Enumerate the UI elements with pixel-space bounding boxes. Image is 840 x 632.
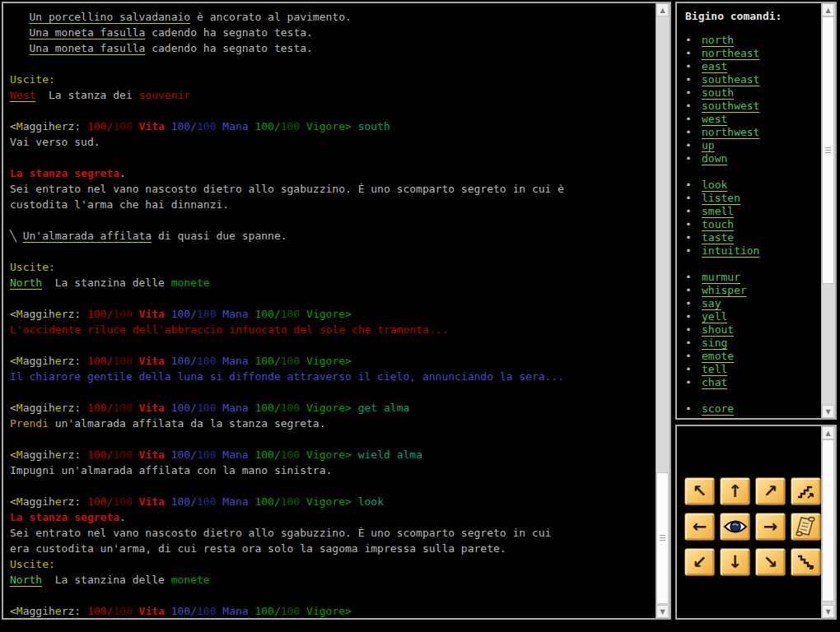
terminal-line	[10, 56, 655, 72]
bullet-icon: •	[685, 337, 702, 350]
terminal-line	[10, 384, 655, 400]
dpad-southwest-button[interactable]: ↙	[684, 548, 715, 576]
terminal-text: Impugni un'almarada affilata con la mano…	[10, 464, 332, 476]
command-link-shout[interactable]: shout	[702, 323, 734, 336]
terminal-text: rz:	[62, 308, 81, 320]
command-link-smell[interactable]: smell	[702, 205, 734, 217]
command-link-west[interactable]: west	[702, 113, 727, 125]
bullet-icon: •	[685, 73, 702, 86]
terminal-text: Vita	[139, 402, 165, 414]
command-link-up[interactable]: up	[702, 139, 715, 151]
terminal-text: cadendo ha segnato testa.	[145, 26, 313, 39]
scroll-down-icon[interactable]: ▼	[656, 605, 669, 618]
terminal-text: <	[10, 308, 16, 320]
dpad-south-button[interactable]: ↓	[720, 548, 750, 576]
command-link-sing[interactable]: sing	[702, 337, 727, 349]
terminal-text: 100	[197, 448, 216, 461]
scroll-down-icon[interactable]: ▼	[822, 605, 834, 618]
terminal-text	[81, 402, 87, 414]
dpad-east-button[interactable]: →	[755, 513, 786, 541]
command-link-northwest[interactable]: northwest	[702, 126, 759, 138]
dpad-west-button[interactable]: ←	[684, 513, 715, 541]
bullet-icon: •	[685, 244, 702, 258]
command-link-southeast[interactable]: southeast	[702, 73, 759, 86]
command-link-tell[interactable]: tell	[702, 363, 727, 375]
terminal-text: Vigore>	[306, 605, 352, 617]
scroll-up-icon[interactable]: ▲	[822, 3, 834, 16]
terminal-text: aggih	[23, 120, 55, 132]
scroll-up-icon[interactable]: ▲	[822, 426, 834, 439]
command-link-whisper[interactable]: whisper	[702, 284, 747, 296]
terminal-text: <	[10, 402, 16, 414]
command-link-say[interactable]: say	[702, 297, 721, 309]
command-link-score[interactable]: score	[702, 402, 734, 415]
command-link-look[interactable]: look	[702, 179, 727, 191]
dpad-scrollbar[interactable]: ▲ ▼	[821, 426, 835, 618]
command-link-taste[interactable]: taste	[702, 231, 734, 244]
commands-scrollbar-thumb[interactable]	[822, 16, 834, 284]
terminal-text: M	[16, 605, 23, 617]
terminal-text: 100	[197, 120, 216, 132]
command-link-northeast[interactable]: northeast	[702, 47, 759, 59]
command-link-southwest[interactable]: southwest	[702, 100, 759, 112]
command-link-east[interactable]: east	[702, 60, 727, 72]
scroll-down-icon[interactable]: ▼	[822, 405, 834, 418]
command-list-item: •look	[685, 179, 820, 192]
terminal-text: M	[16, 308, 23, 320]
terminal-line	[10, 290, 655, 306]
terminal-link[interactable]: West	[10, 89, 35, 101]
terminal-scrollbar[interactable]: ▲ ▼	[656, 3, 670, 618]
terminal-text: /	[190, 308, 197, 320]
terminal-text: 100	[281, 605, 300, 617]
terminal-text: /	[190, 402, 197, 414]
command-link-touch[interactable]: touch	[702, 218, 734, 230]
terminal-text: Mana	[222, 495, 248, 508]
dpad-look-button[interactable]	[720, 513, 750, 541]
command-list-item: •smell	[685, 205, 820, 218]
terminal-link[interactable]: North	[10, 276, 42, 289]
terminal-line: <Maggiherz: 100/100 Vita 100/100 Mana 10…	[10, 494, 655, 509]
command-link-yell[interactable]: yell	[702, 310, 727, 323]
terminal-text: 100	[171, 448, 190, 461]
scroll-icon	[795, 515, 818, 538]
bullet-icon: •	[685, 139, 702, 152]
command-link-chat[interactable]: chat	[702, 376, 727, 388]
command-link-intuition[interactable]: intuition	[702, 244, 759, 257]
dpad-scrollbar-thumb[interactable]	[822, 439, 834, 602]
terminal-text: 100	[281, 355, 300, 367]
commands-panel: Bigino comandi: •north•northeast•east•so…	[675, 2, 837, 420]
terminal-link[interactable]: Un'almarada affilata	[23, 230, 152, 242]
arrow-northeast-icon: ↗	[763, 483, 778, 500]
bullet-icon: •	[685, 47, 702, 60]
dpad-scroll-button[interactable]	[791, 513, 821, 541]
terminal-text	[10, 42, 29, 54]
dpad-northeast-button[interactable]: ↗	[755, 477, 786, 505]
commands-scrollbar[interactable]: ▲ ▼	[821, 3, 835, 418]
command-link-murmur[interactable]: murmur	[702, 271, 740, 283]
terminal-text: Vai verso sud.	[10, 136, 100, 148]
dpad-northwest-button[interactable]: ↖	[684, 477, 715, 505]
terminal-line: Prendi un'almarada affilata da la stanza…	[10, 416, 655, 431]
terminal-text: Vita	[139, 495, 165, 508]
dpad-north-button[interactable]: ↑	[720, 477, 750, 505]
command-link-listen[interactable]: listen	[702, 192, 740, 204]
scroll-up-icon[interactable]: ▲	[656, 3, 669, 16]
terminal-link[interactable]: Un porcellino salvadanaio	[29, 11, 190, 23]
terminal-text: M	[16, 448, 23, 461]
bullet-icon: •	[685, 86, 702, 100]
command-link-south[interactable]: south	[702, 86, 734, 99]
terminal-text	[133, 605, 139, 617]
terminal-link[interactable]: Una moneta fasulla	[29, 26, 145, 39]
command-link-north[interactable]: north	[702, 34, 734, 46]
command-list-item: •yell	[685, 310, 820, 323]
dpad-up-button[interactable]	[791, 477, 821, 505]
command-link-emote[interactable]: emote	[702, 350, 734, 362]
terminal-scrollbar-thumb[interactable]	[656, 472, 669, 604]
command-link-down[interactable]: down	[702, 152, 727, 165]
dpad-southeast-button[interactable]: ↘	[755, 548, 786, 576]
terminal-text: Sei entrato nel vano nascosto dietro all…	[10, 527, 551, 539]
dpad-down-button[interactable]	[791, 548, 821, 576]
terminal-link[interactable]: North	[10, 574, 42, 586]
stairs-down-icon	[796, 551, 817, 573]
terminal-link[interactable]: Una moneta fasulla	[29, 42, 145, 54]
